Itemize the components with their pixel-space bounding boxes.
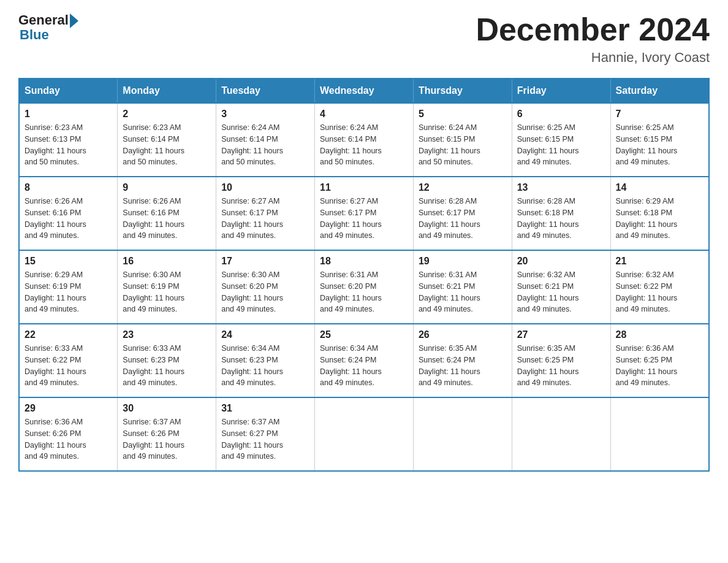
calendar-cell: 4 Sunrise: 6:24 AM Sunset: 6:14 PM Dayli… [315, 103, 414, 177]
logo-blue-text: Blue [20, 27, 49, 43]
day-number: 30 [123, 403, 211, 414]
calendar-cell: 26 Sunrise: 6:35 AM Sunset: 6:24 PM Dayl… [413, 324, 512, 397]
day-number: 7 [616, 109, 703, 120]
calendar-cell: 28 Sunrise: 6:36 AM Sunset: 6:25 PM Dayl… [610, 324, 709, 397]
month-title: December 2024 [476, 12, 710, 47]
logo: General Blue [18, 12, 78, 43]
day-number: 8 [25, 182, 112, 193]
calendar-cell: 6 Sunrise: 6:25 AM Sunset: 6:15 PM Dayli… [512, 103, 610, 177]
calendar-cell: 19 Sunrise: 6:31 AM Sunset: 6:21 PM Dayl… [413, 250, 512, 324]
logo-arrow-icon [70, 13, 78, 28]
day-number: 20 [517, 256, 605, 267]
day-number: 22 [25, 329, 112, 340]
day-number: 27 [517, 329, 605, 340]
calendar-cell: 8 Sunrise: 6:26 AM Sunset: 6:16 PM Dayli… [19, 177, 118, 250]
calendar-cell: 29 Sunrise: 6:36 AM Sunset: 6:26 PM Dayl… [19, 397, 118, 471]
day-number: 21 [616, 256, 703, 267]
day-number: 5 [419, 109, 507, 120]
calendar-cell: 23 Sunrise: 6:33 AM Sunset: 6:23 PM Dayl… [118, 324, 216, 397]
day-info: Sunrise: 6:36 AM Sunset: 6:26 PM Dayligh… [25, 416, 112, 462]
calendar-cell: 25 Sunrise: 6:34 AM Sunset: 6:24 PM Dayl… [315, 324, 414, 397]
calendar-cell: 17 Sunrise: 6:30 AM Sunset: 6:20 PM Dayl… [216, 250, 315, 324]
calendar-week-5: 29 Sunrise: 6:36 AM Sunset: 6:26 PM Dayl… [19, 397, 709, 471]
calendar-week-3: 15 Sunrise: 6:29 AM Sunset: 6:19 PM Dayl… [19, 250, 709, 324]
calendar-cell: 30 Sunrise: 6:37 AM Sunset: 6:26 PM Dayl… [118, 397, 216, 471]
day-info: Sunrise: 6:31 AM Sunset: 6:21 PM Dayligh… [419, 269, 507, 315]
day-info: Sunrise: 6:24 AM Sunset: 6:14 PM Dayligh… [320, 122, 408, 168]
calendar-cell: 9 Sunrise: 6:26 AM Sunset: 6:16 PM Dayli… [118, 177, 216, 250]
location-subtitle: Hannie, Ivory Coast [476, 50, 710, 66]
day-info: Sunrise: 6:25 AM Sunset: 6:15 PM Dayligh… [517, 122, 605, 168]
page-header: General Blue December 2024 Hannie, Ivory… [18, 12, 710, 66]
day-number: 16 [123, 256, 211, 267]
day-info: Sunrise: 6:26 AM Sunset: 6:16 PM Dayligh… [25, 196, 112, 242]
day-number: 6 [517, 109, 605, 120]
day-number: 23 [123, 329, 211, 340]
calendar-cell: 2 Sunrise: 6:23 AM Sunset: 6:14 PM Dayli… [118, 103, 216, 177]
day-number: 19 [419, 256, 507, 267]
day-number: 29 [25, 403, 112, 414]
calendar-week-2: 8 Sunrise: 6:26 AM Sunset: 6:16 PM Dayli… [19, 177, 709, 250]
day-info: Sunrise: 6:23 AM Sunset: 6:14 PM Dayligh… [123, 122, 211, 168]
header-friday: Friday [512, 79, 610, 103]
calendar-cell: 13 Sunrise: 6:28 AM Sunset: 6:18 PM Dayl… [512, 177, 610, 250]
day-number: 3 [221, 109, 309, 120]
calendar-cell: 11 Sunrise: 6:27 AM Sunset: 6:17 PM Dayl… [315, 177, 414, 250]
calendar-cell: 15 Sunrise: 6:29 AM Sunset: 6:19 PM Dayl… [19, 250, 118, 324]
day-info: Sunrise: 6:33 AM Sunset: 6:22 PM Dayligh… [25, 343, 112, 389]
header-thursday: Thursday [413, 79, 512, 103]
calendar-cell [512, 397, 610, 471]
day-info: Sunrise: 6:30 AM Sunset: 6:19 PM Dayligh… [123, 269, 211, 315]
day-info: Sunrise: 6:27 AM Sunset: 6:17 PM Dayligh… [221, 196, 309, 242]
day-number: 14 [616, 182, 703, 193]
calendar-cell: 16 Sunrise: 6:30 AM Sunset: 6:19 PM Dayl… [118, 250, 216, 324]
day-info: Sunrise: 6:26 AM Sunset: 6:16 PM Dayligh… [123, 196, 211, 242]
calendar-table: SundayMondayTuesdayWednesdayThursdayFrid… [18, 78, 710, 472]
title-section: December 2024 Hannie, Ivory Coast [476, 12, 710, 66]
day-number: 9 [123, 182, 211, 193]
day-info: Sunrise: 6:30 AM Sunset: 6:20 PM Dayligh… [221, 269, 309, 315]
day-info: Sunrise: 6:31 AM Sunset: 6:20 PM Dayligh… [320, 269, 408, 315]
calendar-cell: 5 Sunrise: 6:24 AM Sunset: 6:15 PM Dayli… [413, 103, 512, 177]
day-number: 24 [221, 329, 309, 340]
day-number: 25 [320, 329, 408, 340]
calendar-cell [315, 397, 414, 471]
day-number: 17 [221, 256, 309, 267]
day-info: Sunrise: 6:37 AM Sunset: 6:26 PM Dayligh… [123, 416, 211, 462]
logo-general-text: General [18, 12, 69, 28]
header-sunday: Sunday [19, 79, 118, 103]
calendar-week-1: 1 Sunrise: 6:23 AM Sunset: 6:13 PM Dayli… [19, 103, 709, 177]
calendar-header-row: SundayMondayTuesdayWednesdayThursdayFrid… [19, 79, 709, 103]
day-number: 13 [517, 182, 605, 193]
calendar-cell: 31 Sunrise: 6:37 AM Sunset: 6:27 PM Dayl… [216, 397, 315, 471]
calendar-cell: 20 Sunrise: 6:32 AM Sunset: 6:21 PM Dayl… [512, 250, 610, 324]
day-info: Sunrise: 6:35 AM Sunset: 6:24 PM Dayligh… [419, 343, 507, 389]
day-number: 1 [25, 109, 112, 120]
day-number: 2 [123, 109, 211, 120]
day-info: Sunrise: 6:28 AM Sunset: 6:17 PM Dayligh… [419, 196, 507, 242]
day-number: 31 [221, 403, 309, 414]
day-info: Sunrise: 6:33 AM Sunset: 6:23 PM Dayligh… [123, 343, 211, 389]
calendar-cell: 27 Sunrise: 6:35 AM Sunset: 6:25 PM Dayl… [512, 324, 610, 397]
calendar-cell: 7 Sunrise: 6:25 AM Sunset: 6:15 PM Dayli… [610, 103, 709, 177]
day-info: Sunrise: 6:34 AM Sunset: 6:23 PM Dayligh… [221, 343, 309, 389]
day-info: Sunrise: 6:24 AM Sunset: 6:14 PM Dayligh… [221, 122, 309, 168]
day-info: Sunrise: 6:37 AM Sunset: 6:27 PM Dayligh… [221, 416, 309, 462]
calendar-cell: 14 Sunrise: 6:29 AM Sunset: 6:18 PM Dayl… [610, 177, 709, 250]
calendar-cell: 18 Sunrise: 6:31 AM Sunset: 6:20 PM Dayl… [315, 250, 414, 324]
day-number: 11 [320, 182, 408, 193]
day-info: Sunrise: 6:36 AM Sunset: 6:25 PM Dayligh… [616, 343, 703, 389]
calendar-cell: 22 Sunrise: 6:33 AM Sunset: 6:22 PM Dayl… [19, 324, 118, 397]
day-info: Sunrise: 6:34 AM Sunset: 6:24 PM Dayligh… [320, 343, 408, 389]
calendar-cell: 10 Sunrise: 6:27 AM Sunset: 6:17 PM Dayl… [216, 177, 315, 250]
day-number: 28 [616, 329, 703, 340]
header-saturday: Saturday [610, 79, 709, 103]
day-number: 26 [419, 329, 507, 340]
day-info: Sunrise: 6:29 AM Sunset: 6:18 PM Dayligh… [616, 196, 703, 242]
calendar-cell: 3 Sunrise: 6:24 AM Sunset: 6:14 PM Dayli… [216, 103, 315, 177]
calendar-cell [610, 397, 709, 471]
day-number: 10 [221, 182, 309, 193]
day-info: Sunrise: 6:35 AM Sunset: 6:25 PM Dayligh… [517, 343, 605, 389]
day-info: Sunrise: 6:28 AM Sunset: 6:18 PM Dayligh… [517, 196, 605, 242]
day-number: 12 [419, 182, 507, 193]
